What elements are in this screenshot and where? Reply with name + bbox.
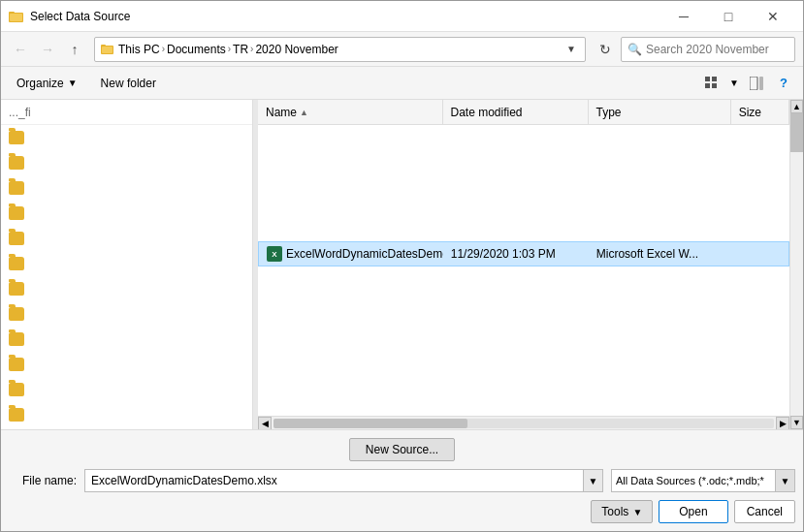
folder-item[interactable] [1,175,252,201]
back-button[interactable]: ← [9,38,32,61]
horizontal-scrollbar-track[interactable] [273,419,774,428]
horizontal-scrollbar[interactable]: ◀ ▶ [258,416,789,429]
maximize-button[interactable]: □ [706,1,751,32]
help-button[interactable]: ? [772,72,795,95]
file-name-cell: X ExcelWordDynamicDatesDemo.xlsx [259,246,443,262]
svg-rect-11 [759,77,763,90]
folder-icon [9,358,24,371]
svg-rect-9 [712,83,717,88]
title-bar-buttons: ─ □ ✕ [661,1,795,32]
file-date-cell: 11/29/2020 1:03 PM [443,247,589,261]
folder-item[interactable] [1,276,252,301]
preview-pane-button[interactable] [745,72,768,95]
file-date: 11/29/2020 1:03 PM [451,247,556,261]
svg-rect-8 [705,83,710,88]
address-bar[interactable]: This PC › Documents › TR › 2020 November… [94,37,586,62]
breadcrumb-item-documents[interactable]: Documents [167,43,226,56]
organize-dropdown-icon: ▼ [68,78,78,88]
svg-rect-7 [712,77,717,81]
search-box[interactable]: 🔍 [621,37,795,62]
breadcrumb-item-2020nov[interactable]: 2020 November [255,43,338,56]
horizontal-scrollbar-thumb[interactable] [273,419,467,428]
tools-button[interactable]: Tools ▼ [591,500,653,523]
tools-dropdown-icon: ▼ [632,507,642,517]
address-dropdown-button[interactable]: ▼ [563,38,579,61]
forward-button[interactable]: → [36,38,59,61]
v-scroll-down-button[interactable]: ▼ [790,416,803,429]
file-row[interactable]: X ExcelWordDynamicDatesDemo.xlsx 11/29/2… [258,241,789,266]
new-source-button[interactable]: New Source... [349,438,455,461]
column-name-label: Name [266,106,297,119]
column-header-date[interactable]: Date modified [443,100,589,124]
new-folder-button[interactable]: New folder [93,72,164,95]
close-button[interactable]: ✕ [751,1,795,32]
navigation-toolbar: ← → ↑ This PC › Documents › TR › 2020 No… [1,32,803,67]
folder-icon [9,257,24,270]
folder-panel: ..._fi [1,100,253,429]
file-name: ExcelWordDynamicDatesDemo.xlsx [286,247,443,261]
dialog-icon [9,9,24,24]
file-type-cell: Microsoft Excel W... [589,247,730,261]
new-source-row: New Source... [9,438,795,461]
view-button[interactable] [700,72,724,95]
filetype-selector[interactable]: All Data Sources (*.odc;*.mdb;* ▼ [611,469,795,492]
vertical-scrollbar[interactable]: ▲ ▼ [789,100,803,429]
column-header-type[interactable]: Type [589,100,731,124]
column-headers: Name ▲ Date modified Type Size [258,100,789,125]
bottom-area: New Source... File name: ▼ All Data Sour… [1,429,803,531]
breadcrumb-item-thispc[interactable]: This PC [118,43,160,56]
filename-dropdown-button[interactable]: ▼ [583,470,602,491]
folder-icon [9,408,24,422]
organize-button[interactable]: Organize ▼ [9,72,85,95]
tools-label: Tools [601,505,628,518]
folder-icon [9,131,24,144]
folder-item[interactable] [1,352,252,377]
cancel-button[interactable]: Cancel [734,500,795,523]
file-list: X ExcelWordDynamicDatesDemo.xlsx 11/29/2… [258,125,789,416]
folder-item[interactable] [1,377,252,402]
up-button[interactable]: ↑ [63,38,86,61]
column-date-label: Date modified [451,106,523,119]
view-dropdown-button[interactable]: ▼ [727,72,741,95]
folder-icon [9,307,24,321]
h-scroll-right-button[interactable]: ▶ [776,417,789,430]
folder-item[interactable] [1,201,252,226]
organize-toolbar: Organize ▼ New folder ▼ ? [1,67,803,100]
folder-item[interactable] [1,251,252,276]
view-grid-icon [705,77,719,90]
sort-icon: ▲ [300,108,308,117]
column-size-label: Size [739,106,761,119]
open-button[interactable]: Open [659,500,727,523]
minimize-button[interactable]: ─ [661,1,706,32]
filename-input-wrap[interactable]: ▼ [84,469,603,492]
excel-icon: X [267,246,282,262]
folder-icon [9,206,24,220]
title-bar: Select Data Source ─ □ ✕ [1,1,803,32]
folder-item[interactable] [1,226,252,251]
organize-label: Organize [16,77,64,90]
empty-space [258,125,789,241]
column-header-name[interactable]: Name ▲ [258,100,443,124]
action-row: Tools ▼ Open Cancel [9,500,795,523]
column-header-size[interactable]: Size [731,100,789,124]
filename-input[interactable] [85,470,583,491]
folder-item[interactable] [1,150,252,175]
refresh-button[interactable]: ↻ [594,38,617,61]
search-icon: 🔍 [627,43,642,56]
breadcrumb-item-tr[interactable]: TR [233,43,248,56]
v-scroll-up-button[interactable]: ▲ [790,100,803,113]
folder-item[interactable] [1,327,252,352]
v-scroll-track[interactable] [790,113,803,416]
folder-icon [9,282,24,296]
filetype-dropdown-button[interactable]: ▼ [775,470,794,491]
h-scroll-left-button[interactable]: ◀ [258,417,272,430]
folder-item[interactable] [1,402,252,427]
filename-row: File name: ▼ All Data Sources (*.odc;*.m… [9,469,795,492]
search-input[interactable] [646,43,772,56]
main-area: ..._fi Name ▲ Date [1,100,803,429]
dialog-window: Select Data Source ─ □ ✕ ← → ↑ This PC ›… [0,0,804,532]
folder-item[interactable] [1,125,252,150]
v-scroll-thumb[interactable] [790,113,803,152]
folder-item[interactable] [1,301,252,327]
folder-icon [9,383,24,396]
